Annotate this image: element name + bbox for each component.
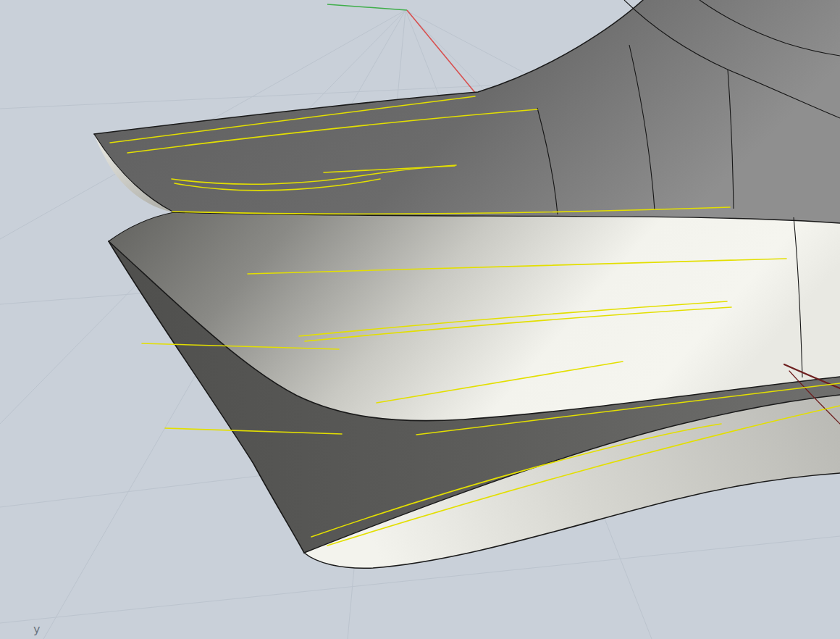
axis-gizmo-y-label: y <box>33 622 40 636</box>
viewport-canvas[interactable]: y <box>0 0 840 639</box>
viewport-svg[interactable]: y <box>0 0 840 639</box>
